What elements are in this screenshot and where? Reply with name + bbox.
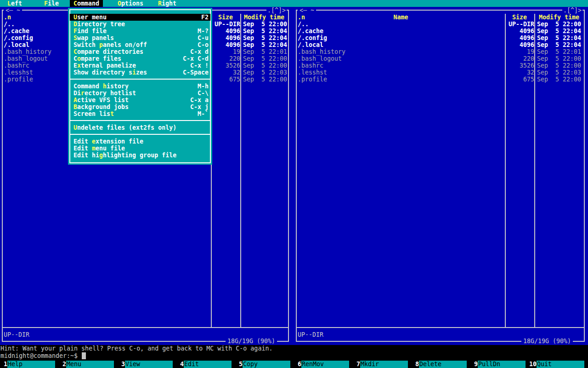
menubar-item-file[interactable]: File (40, 0, 62, 7)
panel-border-top (296, 10, 585, 11)
menu-item-label-post: istory (107, 83, 129, 90)
file-name: .bash_logout (298, 55, 342, 62)
file-row[interactable]: .bashrc3526Sep 5 22:00 (297, 62, 584, 69)
menu-item-hotkey: o (77, 55, 81, 62)
panel-header-mtime[interactable]: Modify time (535, 14, 583, 21)
menubar-item-left[interactable]: Left (4, 0, 26, 7)
keybar-button[interactable]: 6RenMov (294, 361, 353, 368)
file-row[interactable]: .bash_history19Sep 5 22:01 (297, 48, 584, 55)
shell-prompt: midnight@commander:~$ (0, 352, 78, 359)
menubar-item-right[interactable]: Right (154, 0, 180, 7)
keybar-button[interactable]: 4Edit (176, 361, 235, 368)
menu-item[interactable]: Find fileM-? (70, 28, 210, 34)
keybar-button[interactable]: 9PullDn (470, 361, 529, 368)
keybar-button[interactable]: 7Mkdir (353, 361, 412, 368)
file-name: /.local (4, 41, 29, 48)
menu-group: Edit extension fileEdit menu fileEdit hi… (70, 138, 210, 159)
menu-item[interactable]: Edit menu file (70, 145, 210, 152)
menu-item[interactable]: Compare directoriesC-x d (70, 48, 210, 55)
menu-item-label-post: ctive VFS list (77, 97, 129, 104)
menu-item[interactable]: Active VFS listC-x a (70, 97, 210, 104)
menu-item[interactable]: Directory tree (70, 21, 210, 28)
panel-status: UP--DIR (298, 331, 323, 338)
menu-item-hotkey: h (103, 83, 107, 90)
menu-item-label-post: wap panels (77, 34, 114, 41)
file-mtime: Sep 5 22:04 (537, 28, 581, 34)
panel-header-size[interactable]: Size (506, 14, 533, 21)
panel-updir-button[interactable]: .[^]> (562, 7, 582, 14)
panel-updir-button[interactable]: .[^]> (266, 7, 287, 14)
menu-item-label-pre: Edit (74, 138, 92, 145)
keybar-button[interactable]: 10Quit (529, 361, 588, 368)
menubar-item-label-post: ommand (77, 0, 99, 7)
menu-group: User menuF2Directory treeFind fileM-?Swa… (70, 14, 210, 76)
menu-item-shortcut: C-x ! (190, 62, 209, 69)
keybar-button[interactable]: 1Help (0, 361, 59, 368)
menu-item[interactable]: Edit highlighting group file (70, 152, 210, 159)
menu-item[interactable]: External panelizeC-x ! (70, 62, 210, 69)
file-name: .profile (4, 76, 33, 83)
menu-item-label-pre: Show directory s (74, 69, 132, 76)
menubar: Left File Command Options Right (0, 0, 588, 7)
menu-item-label-pre: Edit hi (74, 152, 99, 159)
menu-item[interactable]: Switch panels on/offC-o (70, 41, 210, 48)
file-name: .lesshst (4, 69, 33, 76)
keybar-button-number: 2 (59, 361, 66, 368)
panel-ministatus-separator (3, 327, 288, 328)
file-mtime: Sep 5 22:04 (243, 28, 287, 34)
keybar-button[interactable]: 8Delete (412, 361, 470, 368)
file-name: /.. (4, 21, 15, 28)
menu-item-label-post: anels on/off (103, 41, 147, 48)
menu-item[interactable]: User menuF2 (70, 14, 210, 21)
panel-header-mtime[interactable]: Modify time (241, 14, 287, 21)
file-row[interactable]: .bash_logout220Sep 5 22:00 (297, 55, 584, 62)
menubar-item-label-post: ptions (121, 0, 143, 7)
menu-item[interactable]: Directory hotlistC-\ (70, 90, 210, 97)
panel-header-name[interactable]: Name (297, 14, 505, 21)
file-mtime: Sep 5 22:00 (537, 62, 581, 69)
file-size: 32 (505, 69, 534, 76)
menubar-item-command[interactable]: Command (70, 0, 103, 7)
command-line[interactable]: midnight@commander:~$ (0, 352, 86, 360)
menu-item[interactable]: Show directory sizesC-Space (70, 69, 210, 76)
keybar-button-number: 8 (412, 361, 419, 368)
menu-item[interactable]: Background jobsC-x j (70, 104, 210, 110)
menu-item-label-post: hlighting group file (103, 152, 176, 159)
file-row[interactable]: /.config4096Sep 5 22:04 (297, 34, 584, 41)
keybar-button-number: 6 (294, 361, 301, 368)
keybar-button[interactable]: 3View (118, 361, 176, 368)
menubar-item-label-post: ight (162, 0, 176, 7)
file-row[interactable]: /..UP--DIRSep 5 22:00 (297, 21, 584, 28)
file-row[interactable]: /.local4096Sep 5 22:04 (297, 41, 584, 48)
panel-header-size[interactable]: Size (212, 14, 239, 21)
file-row[interactable]: /.cache4096Sep 5 22:04 (297, 28, 584, 34)
menu-item-shortcut: M-` (198, 110, 209, 117)
menubar-item-options[interactable]: Options (114, 0, 147, 7)
file-mtime: Sep 5 22:04 (243, 34, 287, 41)
menu-item-shortcut: C-x C-d (183, 55, 209, 62)
keybar-button-label: Help (7, 361, 55, 368)
menu-item[interactable]: Swap panelsC-u (70, 34, 210, 41)
file-row[interactable]: .profile675Sep 5 22:00 (297, 76, 584, 83)
file-mtime: Sep 5 22:00 (243, 55, 287, 62)
menu-item[interactable]: Compare filesC-x C-d (70, 55, 210, 62)
panel-border-right (584, 10, 585, 342)
panel-ministatus-separator (297, 327, 584, 328)
keybar-button[interactable]: 2Menu (59, 361, 118, 368)
file-mtime: Sep 5 22:00 (537, 76, 581, 83)
menu-item-label-post: xtension file (96, 138, 143, 145)
menu-item[interactable]: Command historyM-h (70, 83, 210, 90)
menu-item-hotkey: U (74, 14, 77, 21)
keybar-button-number: 1 (0, 361, 7, 368)
menu-item[interactable]: Edit extension file (70, 138, 210, 145)
keybar-button[interactable]: 5Copy (235, 361, 294, 368)
menubar-item-hotkey: O (118, 0, 121, 7)
menu-item[interactable]: Screen listM-` (70, 110, 210, 117)
file-size: 19 (505, 48, 534, 55)
menu-item-label-pre: Di (74, 90, 81, 97)
file-row[interactable]: .lesshst32Sep 5 22:03 (297, 69, 584, 76)
menu-item-shortcut: C-\ (198, 90, 209, 97)
menu-item[interactable]: Undelete files (ext2fs only) (70, 124, 210, 131)
menubar-item-hotkey: R (158, 0, 162, 7)
hint-line: Hint: Want your plain shell? Press C-o, … (0, 345, 272, 352)
